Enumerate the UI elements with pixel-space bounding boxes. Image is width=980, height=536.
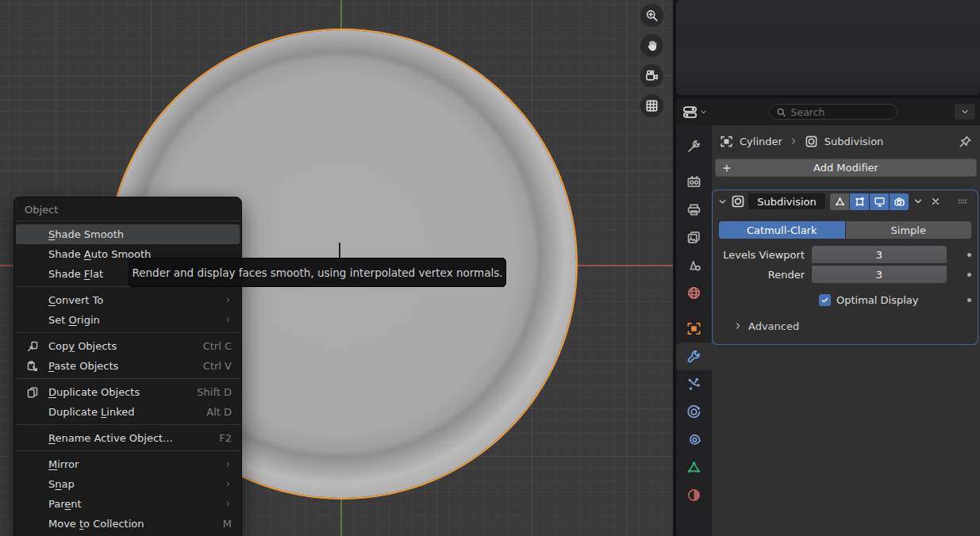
- modifier-extras-chevron-icon[interactable]: [913, 196, 924, 207]
- menu-shortcut: Ctrl V: [203, 360, 232, 372]
- tab-view-layer[interactable]: [676, 224, 712, 251]
- modifier-drag-handle-icon[interactable]: [954, 196, 971, 207]
- tab-render[interactable]: [676, 168, 712, 196]
- edit-mode-cage-toggle[interactable]: [830, 193, 849, 210]
- world-icon: [686, 285, 701, 301]
- menu-item-mirror[interactable]: Mirror: [16, 454, 240, 474]
- tab-physics[interactable]: [676, 398, 712, 426]
- menu-item-convert-to[interactable]: Convert To: [16, 290, 240, 310]
- modifier-name-field[interactable]: Subdivision: [748, 193, 825, 209]
- tab-output[interactable]: [676, 196, 712, 224]
- grid-gizmo-icon: [645, 99, 659, 113]
- add-modifier-button[interactable]: Add Modifier: [715, 159, 977, 177]
- render-levels-field[interactable]: 3: [812, 266, 947, 283]
- menu-item-paste-objects[interactable]: Paste ObjectsCtrl V: [16, 356, 240, 376]
- menu-shortcut: Alt D: [206, 406, 232, 418]
- breadcrumb-modifier[interactable]: Subdivision: [824, 136, 884, 147]
- panel-expand-chevron-icon[interactable]: [717, 197, 728, 207]
- menu-item-label: Mirror: [48, 458, 79, 470]
- header-options-button[interactable]: [955, 104, 975, 120]
- decorator-dot[interactable]: [967, 273, 971, 277]
- output-icon: [686, 202, 701, 217]
- menu-item-set-origin[interactable]: Set Origin: [16, 310, 240, 330]
- context-menu-title: Object: [14, 201, 241, 218]
- menu-separator: [15, 424, 240, 425]
- camera-view-gizmo-button[interactable]: [640, 64, 663, 87]
- render-display-toggle[interactable]: [890, 193, 909, 210]
- simple-button[interactable]: Simple: [845, 221, 972, 239]
- menu-item-move-to-collection[interactable]: Move to CollectionM: [16, 514, 240, 534]
- menu-item-shade-smooth[interactable]: Shade Smooth: [16, 224, 240, 244]
- search-placeholder: Search: [791, 106, 825, 118]
- modifier-delete-icon[interactable]: [930, 196, 941, 207]
- monitor-icon: [874, 196, 886, 208]
- render-icon: [686, 174, 701, 190]
- edit-mode-display-toggle[interactable]: [850, 193, 869, 210]
- plus-icon: [721, 163, 732, 174]
- view-layer-icon: [686, 230, 701, 245]
- camera-icon: [894, 196, 905, 208]
- outliner-panel[interactable]: [676, 0, 980, 95]
- menu-icon-slot: [25, 228, 40, 241]
- checkmark-icon: [821, 296, 829, 304]
- optimal-display-row: Optimal Display: [713, 293, 978, 307]
- y-axis-line: [340, 498, 342, 536]
- menu-item-label: Convert To: [48, 294, 103, 306]
- menu-item-duplicate-linked[interactable]: Duplicate LinkedAlt D: [16, 402, 240, 422]
- duplicate-objects-icon: [25, 386, 40, 399]
- menu-item-rename-active-object[interactable]: Rename Active Object...F2: [16, 428, 240, 448]
- material-icon: [686, 488, 701, 503]
- tab-scene[interactable]: [676, 251, 712, 279]
- menu-item-label: Copy Objects: [48, 340, 117, 352]
- menu-item-snap[interactable]: Snap: [16, 474, 240, 494]
- menu-icon-slot: [25, 294, 40, 307]
- object-icon: [720, 135, 733, 148]
- breadcrumb-object[interactable]: Cylinder: [740, 136, 782, 147]
- levels-viewport-field[interactable]: 3: [812, 246, 947, 263]
- editor-type-selector[interactable]: [679, 103, 711, 121]
- tab-modifiers[interactable]: [676, 343, 712, 370]
- properties-header: Search: [676, 98, 980, 125]
- subdivision-modifier-icon: [731, 194, 745, 209]
- catmull-clark-button[interactable]: Catmull-Clark: [719, 221, 845, 239]
- menu-item-label: Parent: [48, 498, 82, 510]
- properties-tab-strip: [676, 125, 712, 536]
- tab-object[interactable]: [676, 315, 712, 343]
- tab-object-data[interactable]: [676, 454, 712, 481]
- submenu-arrow-icon: [225, 461, 232, 468]
- object-context-menu: Object Shade SmoothShade Auto SmoothShad…: [13, 197, 242, 536]
- tab-particles[interactable]: [676, 370, 712, 398]
- menu-shortcut: Ctrl C: [203, 340, 232, 352]
- tab-tool[interactable]: [676, 132, 712, 160]
- hand-icon: [645, 39, 659, 52]
- menu-item-parent[interactable]: Parent: [16, 494, 240, 514]
- render-levels-row: Render 3: [713, 266, 978, 283]
- decorator-dot[interactable]: [967, 298, 971, 302]
- menu-item-label: Paste Objects: [48, 360, 118, 372]
- optimal-display-checkbox[interactable]: [819, 294, 831, 306]
- search-input[interactable]: Search: [769, 104, 897, 120]
- zoom-in-gizmo-button[interactable]: [640, 4, 663, 27]
- pan-hand-gizmo-button[interactable]: [640, 34, 663, 57]
- right-panel: Search Cylinder Subdivision: [673, 0, 980, 536]
- realtime-display-toggle[interactable]: [870, 193, 889, 210]
- properties-editor-icon: [682, 105, 698, 120]
- menu-item-duplicate-objects[interactable]: Duplicate ObjectsShift D: [16, 382, 240, 402]
- chevron-right-icon: [789, 136, 798, 146]
- advanced-section-toggle[interactable]: Advanced: [713, 318, 978, 334]
- menu-shortcut: F2: [219, 432, 232, 444]
- tab-constraints[interactable]: [676, 426, 712, 454]
- tab-world[interactable]: [676, 279, 712, 307]
- menu-item-label: Duplicate Objects: [48, 386, 140, 398]
- pin-icon[interactable]: [959, 135, 972, 148]
- menu-item-label: Duplicate Linked: [48, 406, 135, 418]
- decorator-dot[interactable]: [967, 253, 971, 257]
- tab-group-gap: [676, 160, 712, 168]
- modifier-display-toggles: [830, 193, 909, 210]
- modifier-panel-header: Subdivision: [713, 190, 978, 212]
- menu-item-copy-objects[interactable]: Copy ObjectsCtrl C: [16, 336, 240, 356]
- grid-ortho-gizmo-button[interactable]: [640, 94, 663, 117]
- advanced-label: Advanced: [748, 320, 799, 332]
- tab-material[interactable]: [676, 481, 712, 509]
- object-icon: [686, 321, 701, 336]
